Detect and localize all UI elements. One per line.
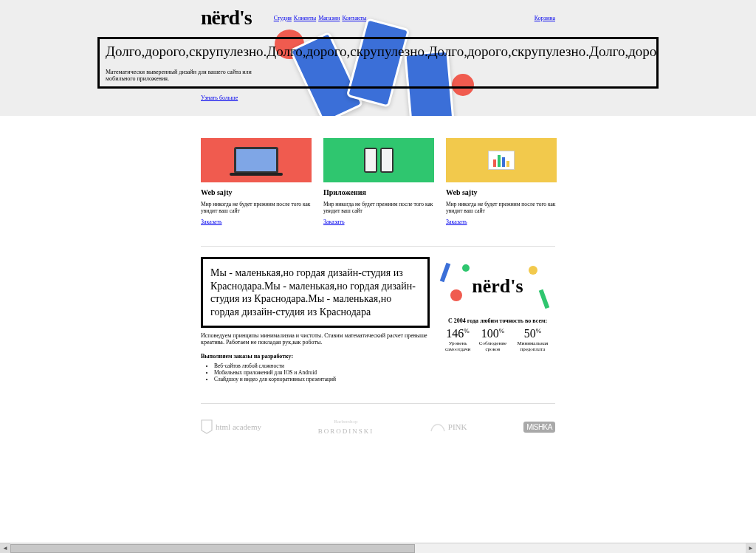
client-logo-mishka: MiSHKA bbox=[523, 422, 555, 433]
about-bullet: Веб-сайтов любой сложности bbox=[214, 363, 430, 369]
about-bullet-list: Веб-сайтов любой сложности Мобильных при… bbox=[214, 363, 430, 382]
brand-logo: nërd's bbox=[201, 6, 252, 30]
nav-link-studio[interactable]: Студия bbox=[274, 15, 292, 21]
service-card: Приложения Мир никогда не будет прежним … bbox=[323, 138, 434, 225]
divider bbox=[201, 403, 555, 404]
main-nav: Студия Клиенты Магазин Контакты bbox=[274, 15, 367, 21]
about-headline-box: Мы - маленькая,но гордая дизайн-студия и… bbox=[201, 257, 430, 328]
hero-headline: Долго,дорого,скрупулезно.Долго,дорого,ск… bbox=[106, 44, 650, 60]
stats-row: 146% Уровень самоотдачи 100% Соблюдение … bbox=[440, 327, 555, 352]
about-paragraph: Исповедуем принципы минимализма и чистот… bbox=[201, 332, 430, 346]
service-desc: Мир никогда не будет прежним после того … bbox=[323, 201, 434, 214]
about-bullet: Мобильных приложений для IOS и Android bbox=[214, 369, 430, 376]
nav-link-shop[interactable]: Магазин bbox=[318, 15, 340, 21]
about-subheading: Выполняем заказы на разработку: bbox=[201, 353, 430, 360]
clients-row: html academy Barbershop BORODINSKI PINK … bbox=[201, 419, 555, 435]
nav-basket-link[interactable]: Корзина bbox=[535, 15, 555, 21]
service-card: Web sajty Мир никогда не будет прежним п… bbox=[201, 138, 312, 225]
stat-item: 100% Соблюдение сроков bbox=[475, 327, 510, 352]
divider bbox=[201, 246, 555, 247]
service-title: Web sajty bbox=[201, 188, 312, 196]
hero-subtext: Математически выверенный дизайн для ваше… bbox=[106, 69, 253, 82]
nav-link-clients[interactable]: Клиенты bbox=[294, 15, 316, 21]
hero-learn-more-link[interactable]: Узнать больше bbox=[201, 95, 238, 101]
service-card: Web sajty Мир никогда не будет прежним п… bbox=[446, 138, 557, 225]
service-order-link[interactable]: Заказать bbox=[446, 219, 467, 225]
service-desc: Мир никогда не будет прежним после того … bbox=[446, 201, 557, 214]
service-title: Приложения bbox=[323, 188, 434, 196]
service-presentations-icon bbox=[446, 138, 557, 182]
service-title: Web sajty bbox=[446, 188, 557, 196]
client-logo-borodinski: Barbershop BORODINSKI bbox=[318, 419, 374, 435]
since-text: С 2004 года любим точность во всем: bbox=[440, 317, 555, 324]
service-desc: Мир никогда не будет прежним после того … bbox=[201, 201, 312, 214]
nav-link-contacts[interactable]: Контакты bbox=[342, 15, 366, 21]
about-section: Мы - маленькая,но гордая дизайн-студия и… bbox=[201, 257, 555, 382]
service-apps-icon bbox=[323, 138, 434, 182]
stat-item: 50% Минимальная предоплата bbox=[510, 327, 555, 352]
client-logo-pink: PINK bbox=[430, 422, 467, 432]
service-websites-icon bbox=[201, 138, 312, 182]
about-bullet: Слайдшоу и видео для корпоративных презе… bbox=[214, 376, 430, 382]
service-order-link[interactable]: Заказать bbox=[201, 219, 222, 225]
services-row: Web sajty Мир никогда не будет прежним п… bbox=[201, 138, 555, 225]
stat-item: 146% Уровень самоотдачи bbox=[440, 327, 475, 352]
hero-headline-box: Долго,дорого,скрупулезно.Долго,дорого,ск… bbox=[97, 37, 659, 89]
about-logo-illustration: nërd's bbox=[440, 257, 555, 316]
client-logo-htmlacademy: html academy bbox=[201, 419, 261, 434]
service-order-link[interactable]: Заказать bbox=[323, 219, 345, 225]
